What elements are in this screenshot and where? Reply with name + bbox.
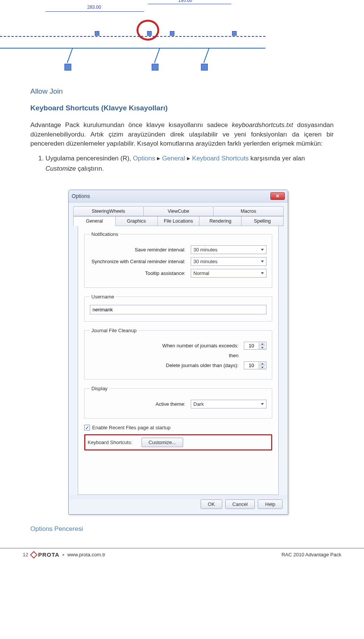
- enable-recent-label: Enable Recent Files page at startup: [92, 425, 171, 430]
- ok-button[interactable]: OK: [201, 499, 222, 509]
- anchor-icon: [201, 64, 208, 71]
- then-label: then: [90, 353, 244, 358]
- kb-shortcuts-label: Keyboard Shortcuts:: [88, 440, 132, 445]
- anchor-icon: [152, 64, 158, 71]
- footer-product: RAC 2010 Advantage Pack: [281, 552, 341, 557]
- display-group: Display Active theme: Dark: [84, 386, 272, 419]
- arrow-down-icon: [261, 347, 264, 349]
- tab-rendering[interactable]: Rendering: [199, 216, 242, 226]
- username-input[interactable]: [90, 305, 267, 314]
- page-footer: 12 PROTA • www.prota.com.tr RAC 2010 Adv…: [0, 548, 364, 561]
- heading-allow-join: Allow Join: [30, 87, 334, 96]
- help-button[interactable]: Help: [258, 499, 282, 509]
- arrow-up-icon: [261, 343, 264, 345]
- arrow-up-icon: [261, 363, 264, 364]
- tab-viewcube[interactable]: ViewCube: [143, 206, 214, 216]
- close-icon: ✕: [276, 193, 279, 199]
- journals-older-spinner[interactable]: [244, 361, 267, 369]
- tooltip-label: Tooltip assistance:: [90, 270, 191, 276]
- footer-url: www.prota.com.tr: [67, 552, 105, 557]
- spinner-up[interactable]: [259, 342, 265, 346]
- journals-exceeds-spinner[interactable]: [244, 342, 267, 350]
- spinner-up[interactable]: [259, 362, 265, 366]
- chevron-down-icon: [261, 261, 264, 262]
- save-interval-select[interactable]: 30 minutes: [191, 245, 267, 254]
- anchor-icon: [64, 64, 71, 71]
- highlight-circle: [136, 20, 159, 41]
- options-dialog: Options ✕ SteeringWheels ViewCube Macros…: [68, 190, 288, 515]
- tab-graphics[interactable]: Graphics: [115, 216, 158, 226]
- marker-icon: [95, 31, 99, 36]
- tab-spelling[interactable]: Spelling: [241, 216, 284, 226]
- tab-general[interactable]: General: [73, 216, 116, 226]
- tooltip-select[interactable]: Normal: [191, 269, 267, 278]
- technical-drawing: 283.00 195.00: [0, 0, 364, 76]
- chevron-down-icon: [261, 403, 264, 405]
- brand-logo: PROTA: [31, 551, 59, 558]
- active-theme-select[interactable]: Dark: [191, 400, 267, 408]
- chevron-down-icon: [261, 249, 264, 251]
- heading-kb-shortcuts: Keyboard Shortcuts (Klavye Kısayolları): [30, 104, 334, 112]
- dialog-title: Options: [72, 193, 90, 199]
- step-1: Uygulama penceresinden (R), Options ▸ Ge…: [46, 153, 334, 174]
- tab-file-locations[interactable]: File Locations: [157, 216, 200, 226]
- separator-icon: •: [63, 552, 64, 557]
- tab-macros[interactable]: Macros: [213, 206, 284, 216]
- spinner-down[interactable]: [259, 346, 265, 349]
- logo-icon: [30, 551, 38, 559]
- dim-label-2: 195.00: [178, 0, 192, 3]
- journals-exceeds-label: When number of journals exceeds:: [90, 343, 244, 349]
- marker-icon: [170, 31, 174, 36]
- sync-interval-label: Synchronize with Central reminder interv…: [90, 259, 191, 264]
- journal-group: Journal File Cleanup When number of jour…: [84, 328, 272, 380]
- page-number: 12: [23, 552, 28, 557]
- active-theme-label: Active theme:: [90, 401, 191, 407]
- save-interval-label: Save reminder interval:: [90, 247, 191, 253]
- journals-older-label: Delete journals older than (days):: [90, 363, 244, 368]
- customize-button[interactable]: Customize...: [141, 438, 183, 447]
- enable-recent-checkbox[interactable]: ✓: [84, 425, 90, 430]
- spinner-down[interactable]: [259, 366, 265, 369]
- kb-shortcuts-highlight: Keyboard Shortcuts: Customize...: [84, 434, 272, 451]
- dim-label-1: 283.00: [87, 5, 101, 10]
- paragraph-intro: Advantage Pack kurulumundan önce klavye …: [30, 121, 334, 149]
- cancel-button[interactable]: Cancel: [225, 499, 255, 509]
- tab-steeringwheels[interactable]: SteeringWheels: [73, 206, 144, 216]
- titlebar: Options ✕: [69, 190, 288, 203]
- chevron-down-icon: [261, 272, 264, 274]
- sync-interval-select[interactable]: 30 minutes: [191, 257, 267, 266]
- arrow-down-icon: [261, 367, 264, 368]
- username-group: Username: [84, 294, 272, 322]
- notifications-group: Notifications Save reminder interval: 30…: [84, 231, 272, 288]
- marker-icon: [232, 31, 237, 36]
- figure-caption: Options Penceresi: [30, 525, 364, 533]
- close-button[interactable]: ✕: [270, 192, 285, 200]
